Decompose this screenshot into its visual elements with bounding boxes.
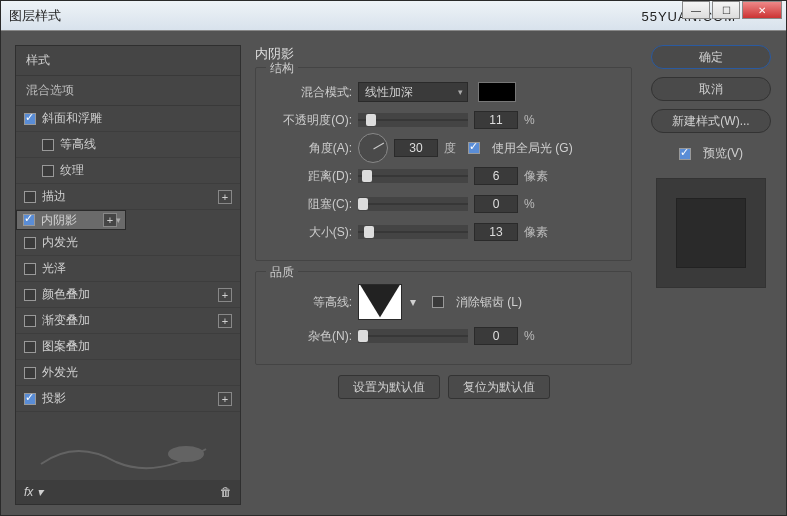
quality-label: 品质 [266,264,298,281]
style-label: 渐变叠加 [42,312,90,329]
antialias-checkbox[interactable] [432,296,444,308]
make-default-button[interactable]: 设置为默认值 [338,375,440,399]
styles-header: 样式 [16,46,240,76]
preview-checkbox[interactable] [679,148,691,160]
add-icon[interactable]: + [218,314,232,328]
angle-input[interactable]: 30 [394,139,438,157]
global-light-label: 使用全局光 (G) [492,140,573,157]
noise-label: 杂色(N): [270,328,352,345]
trash-icon[interactable]: 🗑 [220,485,232,499]
slider-knob[interactable] [366,114,376,126]
cancel-button[interactable]: 取消 [651,77,771,101]
choke-label: 阻塞(C): [270,196,352,213]
distance-unit: 像素 [524,168,548,185]
size-label: 大小(S): [270,224,352,241]
angle-label: 角度(A): [270,140,352,157]
structure-group: 结构 混合模式: 线性加深 不透明度(O): 11 % 角度(A): 30 度 [255,67,632,261]
style-checkbox[interactable] [24,237,36,249]
blend-options-item[interactable]: 混合选项 [16,76,240,106]
distance-input[interactable]: 6 [474,167,518,185]
style-item-9[interactable]: 图案叠加 [16,334,240,360]
action-panel: 确定 取消 新建样式(W)... 预览(V) [646,45,776,505]
preview-swatch [676,198,746,268]
minimize-button[interactable]: — [682,1,710,19]
style-label: 光泽 [42,260,66,277]
style-checkbox[interactable] [24,393,36,405]
style-item-0[interactable]: 斜面和浮雕 [16,106,240,132]
add-icon[interactable]: + [218,392,232,406]
slider-knob[interactable] [358,330,368,342]
noise-input[interactable]: 0 [474,327,518,345]
window-title: 图层样式 [9,7,61,25]
window-buttons: — ☐ ✕ [680,1,782,19]
add-icon[interactable]: + [218,288,232,302]
panel-title: 内阴影 [255,45,632,63]
preview-toggle[interactable]: 预览(V) [679,145,743,162]
opacity-input[interactable]: 11 [474,111,518,129]
default-buttons: 设置为默认值 复位为默认值 [255,375,632,399]
contour-label: 等高线: [270,294,352,311]
titlebar[interactable]: 图层样式 55YUAN.COM — ☐ ✕ [1,1,786,31]
preview-box [656,178,766,288]
add-icon[interactable]: + [218,190,232,204]
blend-mode-label: 混合模式: [270,84,352,101]
distance-slider[interactable] [358,169,468,183]
style-checkbox[interactable] [23,214,35,226]
opacity-slider[interactable] [358,113,468,127]
style-checkbox[interactable] [24,341,36,353]
noise-slider[interactable] [358,329,468,343]
choke-input[interactable]: 0 [474,195,518,213]
style-label: 图案叠加 [42,338,90,355]
style-item-8[interactable]: 渐变叠加+ [16,308,240,334]
angle-unit: 度 [444,140,456,157]
structure-label: 结构 [266,60,298,77]
style-checkbox[interactable] [42,165,54,177]
choke-unit: % [524,197,535,211]
choke-slider[interactable] [358,197,468,211]
style-label: 等高线 [60,136,96,153]
style-checkbox[interactable] [24,315,36,327]
style-checkbox[interactable] [42,139,54,151]
slider-knob[interactable] [364,226,374,238]
slider-knob[interactable] [358,198,368,210]
style-label: 描边 [42,188,66,205]
style-label: 外发光 [42,364,78,381]
style-checkbox[interactable] [24,191,36,203]
opacity-label: 不透明度(O): [270,112,352,129]
style-checkbox[interactable] [24,367,36,379]
chevron-down-icon[interactable]: ▾ [410,295,416,309]
svg-point-0 [168,446,204,462]
style-item-1[interactable]: 等高线 [16,132,240,158]
style-item-7[interactable]: 颜色叠加+ [16,282,240,308]
add-icon[interactable]: + [103,213,117,227]
angle-dial[interactable] [358,133,388,163]
style-item-5[interactable]: 内发光 [16,230,240,256]
maximize-button[interactable]: ☐ [712,1,740,19]
style-label: 内阴影 [41,212,77,229]
style-checkbox[interactable] [24,113,36,125]
style-checkbox[interactable] [24,263,36,275]
color-swatch[interactable] [478,82,516,102]
contour-picker[interactable] [358,284,402,320]
style-item-2[interactable]: 纹理 [16,158,240,184]
style-checkbox[interactable] [24,289,36,301]
style-label: 颜色叠加 [42,286,90,303]
close-button[interactable]: ✕ [742,1,782,19]
new-style-button[interactable]: 新建样式(W)... [651,109,771,133]
decoration [36,434,216,474]
size-input[interactable]: 13 [474,223,518,241]
global-light-checkbox[interactable] [468,142,480,154]
style-item-3[interactable]: 描边+ [16,184,240,210]
style-item-11[interactable]: 投影+ [16,386,240,412]
blend-mode-select[interactable]: 线性加深 [358,82,468,102]
reset-default-button[interactable]: 复位为默认值 [448,375,550,399]
opacity-unit: % [524,113,535,127]
size-slider[interactable] [358,225,468,239]
style-item-10[interactable]: 外发光 [16,360,240,386]
settings-panel: 内阴影 结构 混合模式: 线性加深 不透明度(O): 11 % 角度(A): [255,45,632,505]
style-item-6[interactable]: 光泽 [16,256,240,282]
ok-button[interactable]: 确定 [651,45,771,69]
style-item-4[interactable]: 内阴影+ [16,210,126,230]
slider-knob[interactable] [362,170,372,182]
fx-icon[interactable]: fx ▾ [24,485,43,499]
